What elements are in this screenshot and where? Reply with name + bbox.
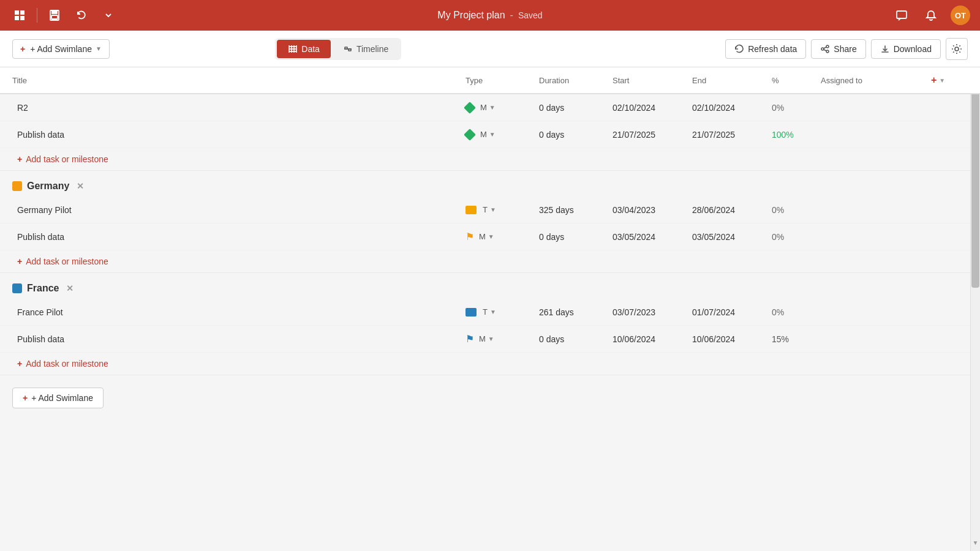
add-swimlane-button[interactable]: + + Add Swimlane ▼ [12, 39, 110, 59]
type-label[interactable]: M [479, 232, 486, 241]
task-end: 03/05/2024 [692, 232, 772, 242]
share-label: Share [834, 44, 856, 54]
svg-line-21 [824, 47, 826, 48]
task-type: T ▼ [466, 205, 539, 214]
swimlane-close-icon[interactable]: ✕ [66, 283, 74, 293]
table-row[interactable]: R2 M ▼ 0 days 02/10/2024 02/10/2024 0% [0, 94, 980, 121]
table-row[interactable]: Germany Pilot T ▼ 325 days 03/04/2023 28… [0, 197, 980, 223]
add-task-button[interactable]: + Add task or milestone [0, 250, 980, 272]
table-row[interactable]: Publish data ⚑ M ▼ 0 days 03/05/2024 03/… [0, 223, 980, 250]
task-type: ⚑ M ▼ [466, 333, 539, 345]
add-task-button[interactable]: + Add task or milestone [0, 353, 980, 375]
table-row[interactable]: Publish data M ▼ 0 days 21/07/2025 21/07… [0, 121, 980, 148]
content-area[interactable]: Title Type Duration Start End % Assigned… [0, 67, 980, 551]
grid-icon[interactable] [10, 6, 29, 25]
svg-rect-0 [15, 10, 19, 15]
task-title: R2 [12, 103, 466, 113]
table-header: Title Type Duration Start End % Assigned… [0, 67, 980, 94]
col-duration: Duration [539, 76, 612, 85]
milestone-icon [464, 102, 476, 114]
scrollbar[interactable]: ▲ ▼ [970, 67, 980, 551]
type-dropdown-icon[interactable]: ▼ [489, 131, 496, 138]
add-swimlane-bottom-area: + + Add Swimlane [0, 375, 980, 421]
type-label[interactable]: T [483, 205, 488, 214]
type-dropdown-icon[interactable]: ▼ [488, 335, 494, 342]
swimlane-label: Germany [27, 181, 69, 192]
type-dropdown-icon[interactable]: ▼ [488, 233, 494, 240]
task-pct: 0% [772, 103, 821, 113]
redo-chevron-icon[interactable] [99, 6, 118, 25]
type-label[interactable]: M [480, 130, 487, 139]
swimlane-close-icon[interactable]: ✕ [77, 181, 84, 191]
add-column-button[interactable]: + ▼ [931, 75, 968, 86]
task-title: Germany Pilot [12, 205, 466, 215]
settings-button[interactable] [946, 38, 968, 60]
svg-point-23 [955, 47, 959, 51]
task-title: Publish data [12, 334, 466, 344]
add-task-icon: + [17, 359, 22, 369]
notification-icon[interactable] [921, 6, 941, 25]
task-end: 28/06/2024 [692, 205, 772, 215]
view-tabs: Data Timeline [275, 38, 401, 60]
task-end: 02/10/2024 [692, 103, 772, 113]
type-label[interactable]: T [483, 307, 488, 317]
swimlane-header: Germany ✕ [0, 171, 980, 197]
top-bar: My Project plan - Saved OT [0, 0, 980, 31]
svg-point-18 [826, 45, 829, 48]
col-title: Title [12, 76, 466, 85]
milestone-icon [464, 129, 476, 141]
swimlane-header: France ✕ [0, 273, 980, 299]
flag-icon: ⚑ [466, 231, 474, 242]
add-task-label: Add task or milestone [26, 359, 108, 369]
refresh-label: Refresh data [748, 44, 797, 54]
project-title: My Project plan [437, 10, 505, 21]
table-row[interactable]: Publish data ⚑ M ▼ 0 days 10/06/2024 10/… [0, 326, 980, 353]
top-bar-right: OT [892, 6, 970, 25]
task-type: M ▼ [466, 103, 539, 112]
task-duration: 0 days [539, 130, 612, 140]
scroll-down-arrow[interactable]: ▼ [971, 537, 980, 549]
svg-rect-5 [52, 10, 57, 13]
table-row[interactable]: France Pilot T ▼ 261 days 03/07/2023 01/… [0, 299, 980, 326]
tab-timeline[interactable]: Timeline [332, 40, 399, 58]
add-task-button[interactable]: + Add task or milestone [0, 148, 980, 170]
tab-data[interactable]: Data [277, 40, 331, 58]
task-icon [466, 308, 477, 317]
type-dropdown-icon[interactable]: ▼ [489, 104, 496, 111]
col-type: Type [466, 76, 539, 85]
type-dropdown-icon[interactable]: ▼ [490, 206, 496, 213]
type-dropdown-icon[interactable]: ▼ [490, 309, 496, 315]
svg-rect-7 [897, 11, 907, 18]
add-task-label: Add task or milestone [26, 154, 108, 164]
svg-line-22 [824, 50, 826, 51]
task-start: 21/07/2025 [612, 130, 692, 140]
type-label[interactable]: M [480, 103, 487, 112]
share-button[interactable]: Share [811, 39, 865, 59]
type-label[interactable]: M [479, 334, 486, 343]
task-duration: 325 days [539, 205, 612, 215]
task-pct: 0% [772, 205, 821, 215]
undo-icon[interactable] [72, 6, 91, 25]
refresh-data-button[interactable]: Refresh data [725, 39, 806, 59]
task-duration: 0 days [539, 103, 612, 113]
task-pct: 0% [772, 307, 821, 317]
add-swimlane-bottom-button[interactable]: + + Add Swimlane [12, 388, 104, 408]
user-avatar[interactable]: OT [951, 6, 970, 25]
task-pct: 0% [772, 232, 821, 242]
svg-rect-6 [51, 15, 58, 19]
flag-icon: ⚑ [466, 333, 474, 345]
comment-icon[interactable] [892, 6, 911, 25]
toolbar-right: Refresh data Share Download [725, 38, 968, 60]
add-task-icon: + [17, 154, 22, 164]
svg-point-19 [821, 48, 824, 50]
scroll-thumb[interactable] [971, 92, 979, 288]
svg-point-20 [826, 50, 829, 53]
col-chevron-icon: ▼ [939, 77, 945, 84]
col-assigned: Assigned to [821, 76, 931, 85]
saved-label: Saved [518, 10, 543, 20]
task-end: 10/06/2024 [692, 334, 772, 344]
save-icon[interactable] [45, 6, 64, 25]
task-duration: 0 days [539, 232, 612, 242]
download-button[interactable]: Download [871, 39, 941, 59]
task-end: 21/07/2025 [692, 130, 772, 140]
